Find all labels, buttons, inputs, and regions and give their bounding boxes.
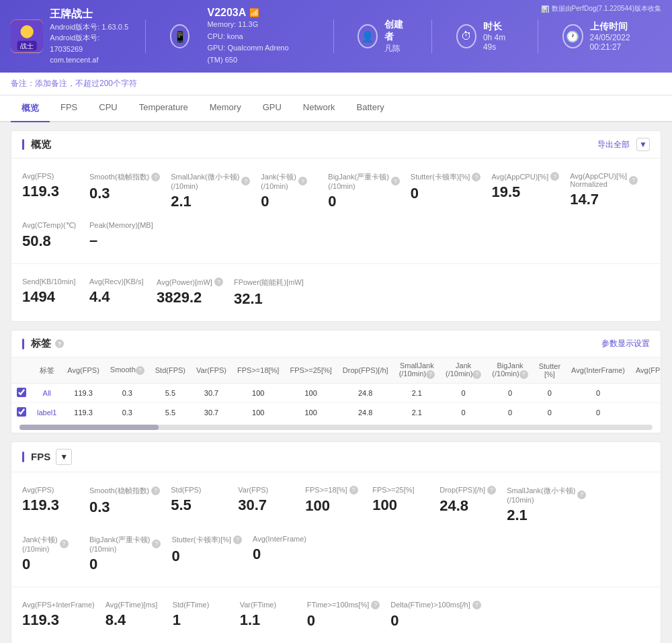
tab-overview[interactable]: 概览 [11,95,50,122]
divider-4 [538,19,538,53]
svg-text:战士: 战士 [20,43,34,50]
col-check [11,357,32,383]
device-memory: Memory: 11.3G [207,19,298,31]
params-link[interactable]: 参数显示设置 [601,338,650,349]
upload-text: 上传时间 24/05/2022 00:21:27 [590,21,650,52]
info-icon-cpu-norm[interactable]: ? [629,176,638,185]
info-icon-fps18[interactable]: ? [349,486,358,495]
stat-smooth: Smooth(稳帧指数) ? 0.3 [89,167,171,216]
duration-value: 0h 4m 49s [483,33,514,52]
table-row: All 119.3 0.3 5.5 30.7 100 100 24.8 2.1 … [11,383,661,402]
fps-stat-inter: Avg(InterFrame) 0 [253,529,320,578]
overview-stats-row1: Avg(FPS) 119.3 Smooth(稳帧指数) ? 0.3 SmallJ… [11,159,661,263]
info-icon-th-smooth[interactable]: ? [136,366,144,375]
info-icon-power[interactable]: ? [214,277,223,286]
source-badge: 📊 数据由PerfDog(7.1.220544)版本收集 [541,4,661,13]
export-button[interactable]: 导出全部 ▼ [597,138,650,151]
info-icon-delta[interactable]: ? [472,601,481,609]
info-icon-big-jank[interactable]: ? [391,177,400,185]
fps-collapse-button[interactable]: ▼ [56,449,72,465]
col-big-jank: BigJank(/10min)? [487,357,533,383]
fps-stat-delta-ftime: Delta(FTime)>100ms[/h] ? 0 [390,595,492,635]
info-icon-drop[interactable]: ? [487,486,496,495]
tab-memory[interactable]: Memory [199,95,252,122]
info-icon-th-j[interactable]: ? [472,370,481,379]
nav-tabs: 概览 FPS CPU Temperature Memory GPU Networ… [0,95,672,122]
export-dropdown[interactable]: ▼ [636,138,650,151]
row-label-all: All [32,383,62,402]
fps-stat-fps-inter: Avg(FPS+InterFrame) 119.3 [22,595,106,635]
col-fps25: FPS>=25[%] [284,357,337,383]
row-label-label1: label1 [32,402,62,422]
info-icon-fps-bj[interactable]: ? [152,540,161,548]
info-icon-stutter[interactable]: ? [472,173,480,181]
tab-battery[interactable]: Battery [346,95,395,122]
stat-peak-mem: Peak(Memory)[MB] – [89,216,164,255]
fps-stat-ftime: Avg(FTime)[ms] 8.4 [106,595,173,635]
fps-stats-row1: Avg(FPS) 119.3 Smooth(稳帧指数) ? 0.3 Std(FP… [11,472,661,587]
stat-fpower: FPower(能能耗)[mW] 32.1 [234,272,314,313]
table-scrollbar[interactable] [19,425,653,430]
info-icon-fps-smooth[interactable]: ? [151,486,160,495]
labels-header: 标签 ? 参数显示设置 [11,331,661,357]
info-icon-fps-j[interactable]: ? [60,540,69,548]
info-icon-smooth[interactable]: ? [151,173,160,181]
notes-bar[interactable]: 备注：添加备注，不超过200个字符 [0,73,672,95]
creator-icon: 👤 [358,24,378,48]
tab-network[interactable]: Network [292,95,346,122]
divider-1 [145,19,146,53]
fps-stat-fps18: FPS>=18[%] ? 100 [305,480,372,529]
tab-cpu[interactable]: CPU [88,95,128,122]
tab-gpu[interactable]: GPU [252,95,292,122]
device-section: 📱 V2203A 📶 Memory: 11.3G CPU: kona GPU: … [159,7,320,66]
info-icon-th-sj[interactable]: ? [426,370,435,379]
fps-stat-ftime100: FTime>=100ms[%] ? 0 [307,595,391,635]
col-jank: Jank(/10min)? [440,357,487,383]
info-icon-fps-sj[interactable]: ? [577,490,586,499]
stat-ctemp: Avg(CTemp)(℃) 50.8 [22,216,89,255]
row-check-all[interactable] [11,383,32,402]
labels-section: 标签 ? 参数显示设置 标签 Avg(FPS) Smooth? Std(FPS)… [11,330,661,433]
fps-stat-drop: Drop(FPS)[/h] ? 24.8 [439,480,507,529]
divider-3 [431,19,432,53]
info-icon-small-jank[interactable]: ? [241,177,250,185]
stat-app-cpu: Avg(AppCPU)[%] ? 19.5 [491,167,570,216]
app-info: 战士 王牌战士 Android版本号: 1.63.0.5 Android版本号:… [11,7,132,66]
fps-stat-var: Var(FPS) 30.7 [238,480,305,529]
stat-small-jank: SmallJank(微小卡顿)(/10min) ? 2.1 [171,167,261,216]
col-label: 标签 [32,357,62,383]
stat-big-jank: BigJank(严重卡顿)(/10min) ? 0 [328,167,410,216]
notes-placeholder: 备注：添加备注，不超过200个字符 [11,79,137,88]
col-avg-fps: Avg(FPS) [62,357,104,383]
fps-stat-avg: Avg(FPS) 119.3 [22,480,89,529]
info-icon-th-bj[interactable]: ? [519,370,528,379]
duration-icon: ⏱ [456,24,476,48]
col-smooth: Smooth? [105,357,150,383]
info-icon-labels[interactable]: ? [55,339,64,348]
creator-value: 凡陈 [384,43,407,54]
info-icon-fps-stutter[interactable]: ? [233,535,242,544]
fps-header: FPS ▼ [11,442,661,472]
wifi-icon: 📶 [249,8,259,17]
col-stutter: Stutter[%] [534,357,566,383]
info-icon-ftime100[interactable]: ? [371,601,380,609]
stat-power: Avg(Power)[mW] ? 3829.2 [157,272,234,313]
info-icon-jank[interactable]: ? [298,177,307,185]
fps-section: FPS ▼ Avg(FPS) 119.3 Smooth(稳帧指数) ? 0.3 … [11,441,661,643]
labels-table-header: 标签 Avg(FPS) Smooth? Std(FPS) Var(FPS) FP… [11,357,661,383]
row-check-label1[interactable] [11,402,32,422]
tab-temperature[interactable]: Temperature [128,95,199,122]
stat-send: Send[KB/10min] 1494 [22,272,89,313]
tab-fps[interactable]: FPS [50,95,88,122]
col-fps18: FPS>=18[%] [232,357,284,383]
fps-stats-row2: Avg(FPS+InterFrame) 119.3 Avg(FTime)[ms]… [11,587,661,643]
fps-stat-stutter: Stutter(卡顿率)[%] ? 0 [171,529,253,578]
fps-stat-small-jank: SmallJank(微小卡顿)(/10min) ? 2.1 [507,480,597,529]
device-cpu: CPU: kona [207,31,298,43]
labels-table: 标签 Avg(FPS) Smooth? Std(FPS) Var(FPS) FP… [11,357,661,422]
info-icon-app-cpu[interactable]: ? [550,172,559,181]
app-text: 王牌战士 Android版本号: 1.63.0.5 Android版本号: 17… [50,7,132,66]
overview-stats-row2: Send[KB/10min] 1494 Avg(Recv)[KB/s] 4.4 … [11,263,661,321]
col-inter: Avg(InterFrame) [566,357,630,383]
col-var: Var(FPS) [191,357,232,383]
